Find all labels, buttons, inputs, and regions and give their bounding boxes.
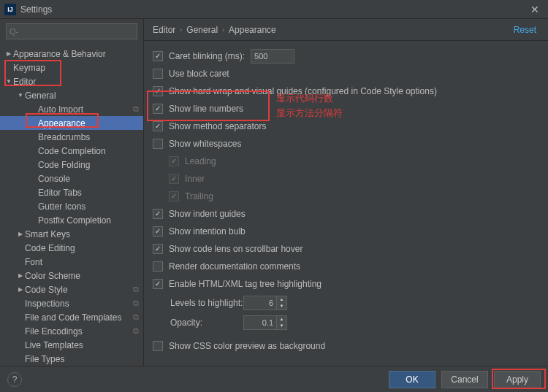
whitespaces-label: Show whitespaces: [169, 139, 241, 149]
tree-item[interactable]: ▼General: [0, 88, 143, 102]
whitespaces-checkbox[interactable]: [153, 139, 163, 149]
search-input[interactable]: [6, 23, 137, 39]
line-numbers-checkbox[interactable]: [153, 104, 163, 114]
collapsed-icon: ▶: [16, 286, 25, 293]
tree-item-label: Gutter Icons: [38, 201, 139, 212]
breadcrumb-editor[interactable]: Editor: [153, 25, 175, 35]
tree-item-label: Inspections: [25, 299, 133, 309]
cancel-button[interactable]: Cancel: [441, 371, 488, 388]
chevron-right-icon: ›: [222, 26, 224, 34]
tree-item[interactable]: Appearance: [0, 116, 143, 130]
tree-item[interactable]: Editor Tabs: [0, 185, 143, 199]
expanded-icon: ▼: [4, 78, 13, 85]
tree-item[interactable]: Keymap: [0, 61, 143, 74]
breadcrumb-appearance: Appearance: [229, 25, 276, 35]
doc-comments-checkbox[interactable]: [153, 261, 163, 272]
caret-blinking-checkbox[interactable]: [153, 51, 163, 61]
tree-item[interactable]: ▶Appearance & Behavior: [0, 47, 143, 61]
doc-comments-label: Render documentation comments: [169, 261, 300, 272]
tree-item[interactable]: Inspections⧉: [0, 296, 143, 310]
tree-item-label: Code Folding: [38, 160, 139, 170]
tree-item-label: Color Scheme: [25, 271, 139, 281]
breadcrumb-general[interactable]: General: [186, 25, 218, 35]
collapsed-icon: ▶: [16, 231, 25, 237]
tree-item[interactable]: ▶Smart Keys: [0, 227, 143, 241]
tree-item[interactable]: Live Templates: [0, 338, 143, 352]
tree-item-label: Editor: [13, 77, 139, 87]
reset-link[interactable]: Reset: [514, 25, 536, 35]
opacity-stepper[interactable]: [243, 315, 277, 330]
project-scope-icon: ⧉: [133, 312, 139, 322]
tag-tree-label: Enable HTML/XML tag tree highlighting: [169, 279, 321, 289]
tree-item[interactable]: File Types: [0, 352, 143, 366]
intention-bulb-checkbox[interactable]: [153, 226, 163, 237]
collapsed-icon: ▶: [4, 50, 13, 57]
indent-guides-label: Show indent guides: [169, 209, 246, 219]
tree-item-label: File Encodings: [25, 326, 133, 337]
levels-label: Levels to highlight:: [170, 298, 243, 308]
tree-item-label: Editor Tabs: [38, 188, 139, 198]
levels-stepper[interactable]: [243, 296, 277, 310]
settings-tree: ▶Appearance & BehaviorKeymap▼Editor▼Gene…: [0, 44, 143, 366]
settings-content: Caret blinking (ms): Use block caret Sho…: [144, 41, 548, 366]
opacity-step-buttons[interactable]: ▲▼: [277, 315, 287, 330]
tree-item[interactable]: Auto Import⧉: [0, 102, 143, 116]
hard-wrap-checkbox[interactable]: [153, 86, 163, 96]
method-separators-label: Show method separators: [169, 121, 266, 131]
block-caret-checkbox[interactable]: [153, 69, 163, 79]
tag-tree-checkbox[interactable]: [153, 279, 163, 289]
caret-blinking-input[interactable]: [251, 49, 294, 64]
tree-item-label: Code Completion: [38, 146, 139, 156]
ok-button[interactable]: OK: [389, 371, 435, 388]
tree-item-label: Breadcrumbs: [38, 132, 139, 142]
tree-item[interactable]: Code Folding: [0, 158, 143, 172]
method-separators-checkbox[interactable]: [153, 121, 163, 131]
tree-item[interactable]: ▶Color Scheme: [0, 269, 143, 283]
window-title: Settings: [20, 4, 526, 15]
tree-item[interactable]: Breadcrumbs: [0, 130, 143, 144]
opacity-label: Opacity:: [170, 318, 243, 328]
tree-item-label: Keymap: [13, 63, 139, 73]
block-caret-label: Use block caret: [169, 69, 229, 79]
intention-bulb-label: Show intention bulb: [169, 226, 246, 237]
leading-checkbox: [169, 156, 179, 166]
project-scope-icon: ⧉: [133, 326, 139, 336]
tree-item[interactable]: ▶Code Style⧉: [0, 283, 143, 296]
tree-item-label: Font: [25, 257, 139, 267]
tree-item[interactable]: Gutter Icons: [0, 199, 143, 213]
app-icon: IJ: [4, 4, 16, 15]
tree-item[interactable]: File and Code Templates⧉: [0, 310, 143, 324]
indent-guides-checkbox[interactable]: [153, 209, 163, 219]
tree-item-label: General: [25, 91, 139, 101]
trailing-label: Trailing: [185, 191, 213, 201]
tree-item[interactable]: Code Completion: [0, 144, 143, 158]
tree-item[interactable]: Postfix Completion: [0, 213, 143, 227]
tree-item-label: Appearance & Behavior: [13, 49, 139, 59]
main-panel: Editor › General › Appearance Reset Care…: [144, 19, 548, 366]
tree-item[interactable]: Font: [0, 255, 143, 269]
tree-item-label: Code Style: [25, 285, 133, 295]
title-bar: IJ Settings ✕: [0, 0, 548, 19]
tree-item-label: Appearance: [38, 118, 139, 128]
tree-item-label: Console: [38, 174, 139, 184]
chevron-right-icon: ›: [180, 26, 182, 34]
sidebar: ▶Appearance & BehaviorKeymap▼Editor▼Gene…: [0, 19, 144, 366]
css-preview-checkbox[interactable]: [153, 341, 163, 351]
tree-item[interactable]: File Encodings⧉: [0, 324, 143, 338]
collapsed-icon: ▶: [16, 272, 25, 279]
dialog-footer: ? OK Cancel Apply: [0, 366, 548, 392]
expanded-icon: ▼: [16, 92, 25, 99]
levels-step-buttons[interactable]: ▲▼: [277, 296, 287, 310]
tree-item[interactable]: Console: [0, 172, 143, 185]
inner-checkbox: [169, 174, 179, 184]
trailing-checkbox: [169, 191, 179, 201]
code-lens-label: Show code lens on scrollbar hover: [169, 244, 302, 254]
close-icon[interactable]: ✕: [526, 4, 544, 15]
apply-button[interactable]: Apply: [494, 371, 541, 388]
code-lens-checkbox[interactable]: [153, 244, 163, 254]
tree-item[interactable]: ▼Editor: [0, 74, 143, 88]
tree-item-label: Live Templates: [25, 340, 139, 350]
tree-item[interactable]: Code Editing: [0, 241, 143, 255]
help-icon[interactable]: ?: [7, 372, 22, 387]
tree-item-label: File and Code Templates: [25, 312, 133, 323]
